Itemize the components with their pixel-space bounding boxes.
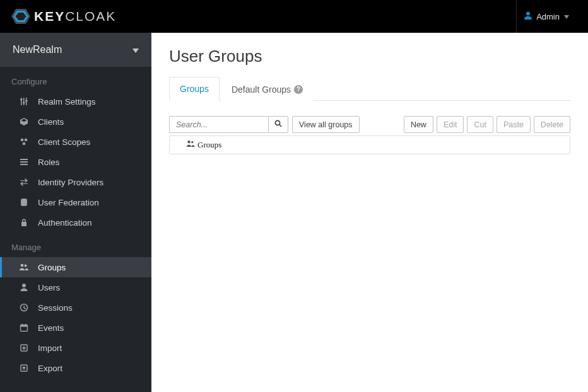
sidebar-item-roles[interactable]: Roles [0,152,151,172]
lock-icon [19,218,28,228]
import-icon [19,343,28,353]
sidebar-item-label: Export [38,364,62,373]
svg-rect-25 [25,324,26,326]
sidebar-item-label: Client Scopes [38,137,90,147]
export-icon [19,364,28,373]
svg-rect-14 [20,161,28,163]
sidebar-item-export[interactable]: Export [0,358,151,378]
cut-button[interactable]: Cut [467,116,493,133]
list-icon [19,158,28,167]
scopes-icon [19,137,28,147]
sidebar-item-label: Import [38,343,62,353]
sidebar-section-manage: Manage [0,233,151,257]
app-body: NewRealm Configure Realm Settings Client… [0,33,588,392]
groups-tree: Groups [169,135,570,154]
sidebar: NewRealm Configure Realm Settings Client… [0,33,151,392]
sidebar-item-label: Roles [38,158,60,167]
tree-root-label: Groups [197,140,221,150]
svg-point-29 [187,141,190,143]
svg-point-19 [25,265,27,267]
chevron-down-icon [132,44,139,55]
tab-groups[interactable]: Groups [169,77,220,101]
sidebar-item-user-federation[interactable]: User Federation [0,192,151,212]
svg-rect-13 [20,159,28,160]
groups-icon [186,140,195,150]
search-icon [274,120,282,129]
tabs: Groups Default Groups ? [169,76,570,101]
main-content: User Groups Groups Default Groups ? [151,33,588,392]
svg-point-3 [526,12,530,16]
sidebar-item-import[interactable]: Import [0,338,151,358]
svg-rect-8 [23,102,25,103]
sidebar-item-label: Sessions [38,303,73,313]
svg-point-18 [21,264,24,267]
svg-point-20 [22,284,26,287]
svg-point-30 [191,141,193,143]
keycloak-logo-icon [11,8,30,25]
edit-button[interactable]: Edit [437,116,464,133]
groups-icon [19,263,28,272]
tab-default-groups[interactable]: Default Groups ? [221,77,314,101]
chevron-down-icon [564,13,569,20]
tree-root[interactable]: Groups [170,136,570,154]
sidebar-item-label: Identity Providers [38,178,103,187]
sidebar-item-authentication[interactable]: Authentication [0,212,151,233]
user-icon [19,283,28,292]
sidebar-item-users[interactable]: Users [0,277,151,297]
tab-label: Groups [180,84,209,94]
search-group [169,116,288,133]
sidebar-item-realm-settings[interactable]: Realm Settings [0,91,151,112]
user-name: Admin [536,12,560,21]
sidebar-item-label: Groups [38,263,66,272]
svg-point-11 [24,139,27,142]
svg-rect-17 [21,222,26,226]
sidebar-item-clients[interactable]: Clients [0,112,151,132]
svg-point-28 [275,120,279,125]
sliders-icon [19,97,28,107]
user-icon [524,11,532,21]
sidebar-section-configure: Configure [0,67,151,91]
svg-rect-5 [23,98,25,105]
paste-button[interactable]: Paste [497,116,531,133]
sidebar-item-label: Events [38,323,64,333]
exchange-icon [19,178,28,187]
sidebar-item-identity-providers[interactable]: Identity Providers [0,172,151,192]
sidebar-item-label: Users [38,283,60,292]
sidebar-item-label: Realm Settings [38,97,96,107]
help-icon[interactable]: ? [294,85,303,94]
sidebar-item-label: User Federation [38,198,99,207]
svg-point-12 [22,142,25,146]
sidebar-item-events[interactable]: Events [0,318,151,338]
svg-rect-9 [25,100,28,101]
toolbar-right: New Edit Cut Paste Delete [404,116,570,133]
search-button[interactable] [268,116,288,133]
svg-rect-23 [20,325,27,327]
user-dropdown[interactable]: Admin [516,0,577,33]
svg-point-16 [21,199,27,201]
sidebar-item-label: Authentication [38,218,92,228]
delete-button[interactable]: Delete [534,116,570,133]
cube-icon [19,117,28,127]
svg-point-10 [20,139,23,142]
svg-rect-15 [20,164,28,165]
new-button[interactable]: New [404,116,433,133]
page-title: User Groups [169,47,570,66]
sidebar-item-label: Clients [38,117,64,127]
toolbar: View all groups New Edit Cut Paste Delet… [169,116,570,133]
calendar-icon [19,323,28,333]
clock-icon [19,303,28,313]
svg-rect-24 [21,324,23,326]
search-input[interactable] [169,116,268,133]
database-icon [19,198,28,207]
brand-logo[interactable]: KEYCLOAK [11,8,116,25]
view-all-groups-button[interactable]: View all groups [292,116,360,133]
tab-label: Default Groups [232,84,291,95]
svg-rect-7 [20,99,23,100]
realm-selector[interactable]: NewRealm [0,33,151,67]
sidebar-item-groups[interactable]: Groups [0,257,151,277]
sidebar-item-sessions[interactable]: Sessions [0,297,151,318]
svg-rect-4 [21,98,22,105]
sidebar-item-client-scopes[interactable]: Client Scopes [0,132,151,152]
realm-name: NewRealm [13,44,62,55]
top-header: KEYCLOAK Admin [0,0,588,33]
